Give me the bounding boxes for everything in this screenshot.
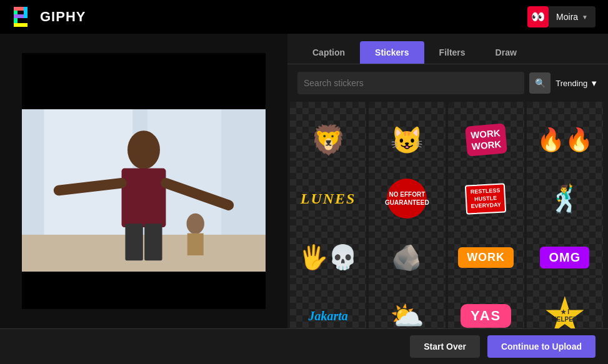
svg-rect-8 (22, 235, 266, 272)
user-menu-chevron-icon: ▼ (582, 14, 588, 21)
search-button[interactable]: 🔍 (529, 72, 551, 94)
tab-draw[interactable]: Draw (481, 41, 532, 64)
search-input[interactable] (304, 78, 518, 88)
tab-stickers[interactable]: Stickers (360, 41, 424, 64)
svg-rect-4 (14, 14, 24, 18)
search-input-wrap (297, 72, 524, 94)
tab-bar: Caption Stickers Filters Draw (287, 34, 608, 64)
video-frame (22, 109, 266, 272)
sticker-item[interactable]: ⛅ (369, 278, 445, 328)
sticker-panel: Caption Stickers Filters Draw 🔍 Trending… (287, 34, 608, 328)
svg-rect-10 (122, 169, 166, 228)
trending-button[interactable]: Trending ▼ (556, 79, 598, 88)
svg-rect-6 (44, 109, 132, 242)
search-bar: 🔍 Trending ▼ (287, 64, 608, 102)
start-over-button[interactable]: Start Over (410, 335, 480, 358)
video-panel (0, 34, 287, 328)
giphy-logo-icon (12, 6, 35, 28)
video-bottom-black (22, 272, 266, 309)
user-avatar: 👀 (527, 6, 549, 27)
svg-rect-16 (187, 234, 204, 255)
trending-chevron-icon: ▼ (590, 79, 598, 88)
trending-label: Trending (556, 79, 587, 88)
bottom-bar: Start Over Continue to Upload (0, 328, 608, 364)
svg-point-15 (187, 214, 204, 234)
user-menu-button[interactable]: Moira ▼ (549, 6, 596, 27)
video-top-black (22, 53, 266, 109)
svg-rect-3 (14, 23, 27, 27)
sticker-item[interactable]: YAS (448, 278, 524, 328)
search-icon: 🔍 (535, 78, 546, 88)
tab-caption[interactable]: Caption (297, 41, 360, 64)
main-content: Caption Stickers Filters Draw 🔍 Trending… (0, 34, 608, 328)
continue-upload-button[interactable]: Continue to Upload (487, 335, 596, 358)
logo-text: GIPHY (40, 9, 86, 25)
svg-rect-2 (24, 7, 27, 18)
video-container (22, 53, 266, 309)
sticker-item[interactable]: Jakarta (290, 278, 366, 328)
logo: GIPHY (12, 6, 86, 28)
video-content-svg (22, 109, 266, 272)
sticker-grid-container: 🦁😺WORKWORK🔥🔥LUNESNO EFFORTGUARANTEEDREST… (287, 102, 608, 328)
user-name: Moira (556, 12, 578, 22)
svg-line-12 (59, 183, 121, 190)
header: GIPHY 👀 Moira ▼ (0, 0, 608, 34)
sticker-item[interactable]: ★ IHELPED (527, 278, 603, 328)
svg-point-9 (127, 130, 160, 169)
svg-rect-13 (125, 224, 142, 260)
tab-filters[interactable]: Filters (424, 41, 481, 64)
svg-rect-14 (144, 224, 162, 260)
sticker-grid: 🦁😺WORKWORK🔥🔥LUNESNO EFFORTGUARANTEEDREST… (290, 102, 606, 328)
user-area: 👀 Moira ▼ (527, 6, 596, 27)
